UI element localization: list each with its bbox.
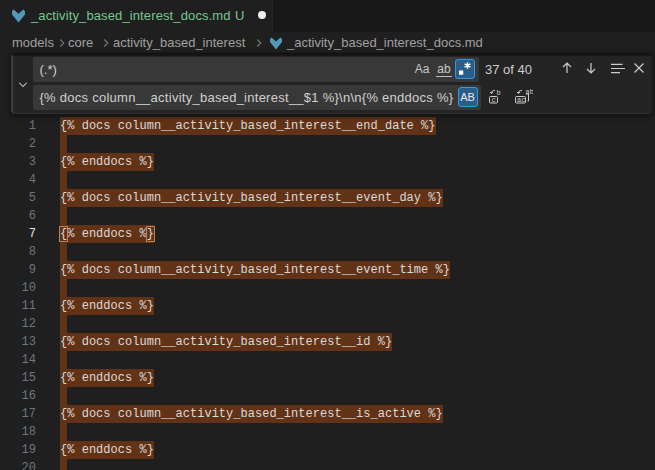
svg-text:b: b bbox=[497, 89, 501, 97]
svg-text:ab: ab bbox=[526, 88, 534, 96]
svg-text:ac: ac bbox=[517, 96, 525, 104]
svg-text:c: c bbox=[492, 96, 496, 104]
